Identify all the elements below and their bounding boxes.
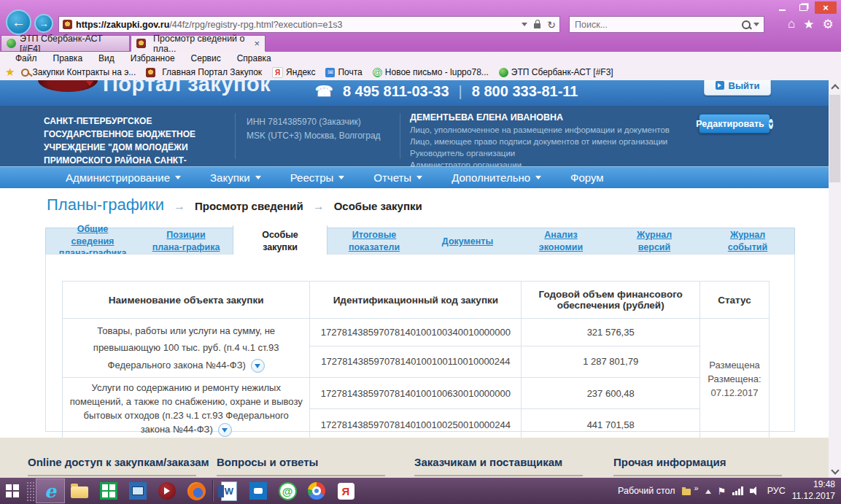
taskbar-internet-explorer[interactable]: e [36,478,65,503]
favorite-item-new-letter[interactable]: @ Новое письмо - luppo78... [369,67,492,77]
expand-icon[interactable] [251,359,265,373]
footer-questions[interactable]: Вопросы и ответы [217,456,318,468]
nav-administration[interactable]: Администрирование [66,171,181,184]
site-header: Портал закупок ☎ 8 495 811-03-33 | 8 800… [0,80,829,106]
footer-other-info[interactable]: Прочая информация [613,456,726,468]
tab-special-purchases[interactable]: Особые закупки [233,225,328,255]
forward-button[interactable]: → [34,14,53,33]
browser-tab-inactive[interactable]: ЭТП Сбербанк-АСТ [#F4] [1,35,130,52]
table-row: Товары, работы или услуги на сумму, не п… [63,319,770,346]
expand-icon[interactable] [218,423,232,437]
refresh-icon[interactable]: ↻ [547,19,556,31]
folder-icon[interactable] [682,489,691,495]
tab-total-indicators[interactable]: Итоговые показатели [328,228,421,255]
table-header-row: Наименование объекта закупки Идентификац… [63,282,770,319]
taskbar-firefox[interactable] [182,478,211,503]
purchase-amount: 237 600,48 [522,378,700,409]
network-signal-icon[interactable] [732,486,743,495]
divider [28,475,196,476]
tab-general-info[interactable]: Общие сведения плана-графика [46,228,139,255]
menu-favorites[interactable]: Избранное [123,53,183,63]
messenger-icon [249,482,267,500]
tab-event-log[interactable]: Журнал событий [701,228,794,255]
search-box[interactable] [569,16,764,33]
clock[interactable]: 19:48 11.12.2017 [792,479,835,502]
action-center-flag-icon[interactable]: ⚑ [718,486,726,497]
search-input[interactable] [570,20,742,30]
lock-icon [534,23,540,28]
tab-documents[interactable]: Документы [421,228,514,255]
nav-registries[interactable]: Реестры [290,171,345,184]
taskbar-grip[interactable] [26,481,34,501]
taskbar-lync[interactable] [244,478,273,503]
desktop-toolbar-label[interactable]: Рабочий стол [618,486,675,496]
nav-additional[interactable]: Дополнительно [451,171,541,184]
start-button[interactable] [0,478,25,504]
tray-time: 19:48 [792,479,835,491]
minimize-button[interactable] [772,1,792,14]
address-bar[interactable]: https://zakupki.gov.ru/44fz/rpg/registry… [58,16,560,33]
favorite-item-mail[interactable]: ✉ Почта [322,67,365,77]
taskbar-yandex[interactable]: Я [331,478,360,503]
footer-customers-suppliers[interactable]: Заказчикам и поставщикам [414,456,562,468]
nav-forum[interactable]: Форум [570,171,604,184]
add-favorite-icon[interactable]: ★ [5,66,15,79]
search-dropdown-icon[interactable] [753,23,759,29]
favorite-item-sberbank-ast[interactable]: ЭТП Сбербанк-АСТ [#F3] [495,67,617,77]
purchase-name-cell: Товары, работы или услуги на сумму, не п… [63,319,310,378]
browser-tab-active[interactable]: Просмотр сведений о пла... × [131,35,266,52]
menu-help[interactable]: Справка [229,53,279,63]
menu-view[interactable]: Вид [90,53,123,63]
tab-version-log[interactable]: Журнал версий [608,228,701,255]
edit-button[interactable]: Редактировать [699,114,770,133]
tab-label: Просмотр сведений о пла... [153,34,250,54]
scroll-up-button[interactable] [829,80,841,93]
scrollbar-thumb[interactable] [829,95,840,182]
logout-button[interactable]: Выйти [704,80,771,96]
taskbar-file-explorer[interactable] [65,478,94,503]
scrollbar[interactable] [829,80,841,478]
menu-tools[interactable]: Сервис [183,53,229,63]
coat-of-arms-icon [146,68,155,77]
taskbar-mailru[interactable]: @ [273,478,302,503]
settings-gear-icon[interactable]: ⚙ [823,17,834,32]
browser-chrome: × ← → https://zakupki.gov.ru/44fz/rpg/re… [0,0,841,52]
nav-reports[interactable]: Отчеты [373,171,422,184]
divider [212,480,213,502]
tab-plan-positions[interactable]: Позиции плана-графика [139,228,233,255]
footer-online-access[interactable]: Online доступ к закупкам/заказам [28,456,209,468]
taskbar-chrome[interactable] [302,478,331,503]
yandex-icon: Я [272,67,283,78]
home-icon[interactable]: ⌂ [788,17,795,32]
scroll-down-button[interactable] [829,465,841,478]
taskbar-media-player[interactable] [152,478,182,503]
taskbar-windows-store[interactable] [94,478,123,503]
user-role: Руководитель организации [410,148,709,160]
close-button[interactable]: × [815,1,837,14]
favorite-item-yandex[interactable]: Я Яндекс [268,67,319,78]
favorite-item-portal[interactable]: Главная Портал Закупок [142,67,266,77]
volume-icon[interactable] [750,486,761,496]
favorites-star-icon[interactable]: ★ [803,17,814,32]
language-indicator[interactable]: РУС [767,486,786,496]
tab-close-icon[interactable]: × [254,38,260,49]
purchase-code: 172781438597078140100100340010000000 [310,319,522,346]
back-button[interactable]: ← [6,9,31,35]
search-icon[interactable] [742,20,751,29]
breadcrumb-plans[interactable]: Планы-графики [47,195,164,214]
content-panel: Наименование объекта закупки Идентификац… [45,254,795,432]
tab-savings-analysis[interactable]: Анализ экономии [514,228,608,255]
toolbar-expand-icon[interactable]: » [694,484,699,492]
phone-number-1: 8 495 811-03-33 [343,83,449,100]
show-hidden-icons-icon[interactable] [705,486,711,494]
breadcrumb-arrow-icon: → [313,200,325,213]
taskbar-word[interactable]: W [214,478,244,503]
restore-button[interactable] [794,1,813,14]
menu-edit[interactable]: Правка [45,53,91,63]
nav-purchases[interactable]: Закупки [210,171,261,184]
taskbar-remote-desktop[interactable] [123,478,152,503]
menu-file[interactable]: Файл [7,53,45,63]
favorite-item-zakupki[interactable]: Закупки Контракты на э... [18,67,139,77]
word-icon: W [221,481,237,501]
url-dropdown-icon[interactable] [522,23,527,29]
